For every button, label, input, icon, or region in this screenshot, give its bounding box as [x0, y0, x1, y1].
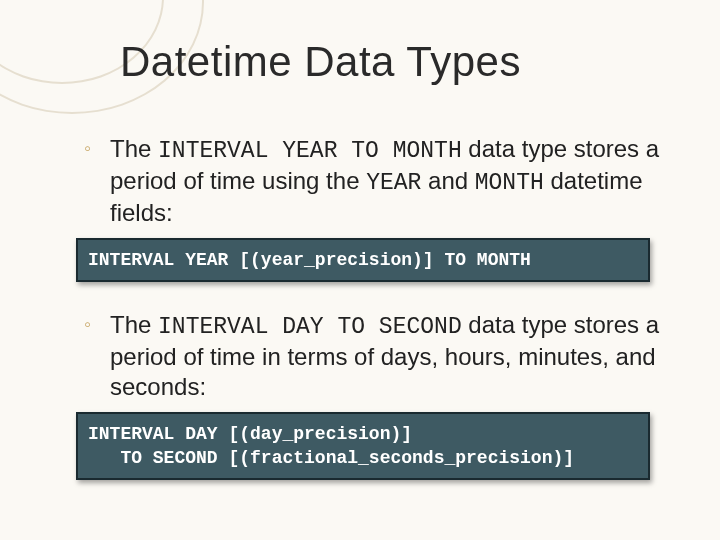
bullet-text-mid: and: [421, 167, 474, 194]
bullet-text-pre: The: [110, 311, 158, 338]
code-block: INTERVAL DAY [(day_precision)] TO SECOND…: [76, 412, 650, 481]
page-title: Datetime Data Types: [120, 38, 670, 86]
bullet-marker: ◦: [84, 312, 91, 337]
inline-code: YEAR: [366, 170, 421, 196]
inline-code: INTERVAL YEAR TO MONTH: [158, 138, 462, 164]
inline-code: INTERVAL DAY TO SECOND: [158, 314, 462, 340]
bullet-item: ◦ The INTERVAL YEAR TO MONTH data type s…: [110, 134, 670, 228]
inline-code: MONTH: [475, 170, 544, 196]
bullet-item: ◦ The INTERVAL DAY TO SECOND data type s…: [110, 310, 670, 402]
code-block: INTERVAL YEAR [(year_precision)] TO MONT…: [76, 238, 650, 282]
slide: Datetime Data Types ◦ The INTERVAL YEAR …: [0, 0, 720, 540]
bullet-marker: ◦: [84, 136, 91, 161]
bullet-text-pre: The: [110, 135, 158, 162]
